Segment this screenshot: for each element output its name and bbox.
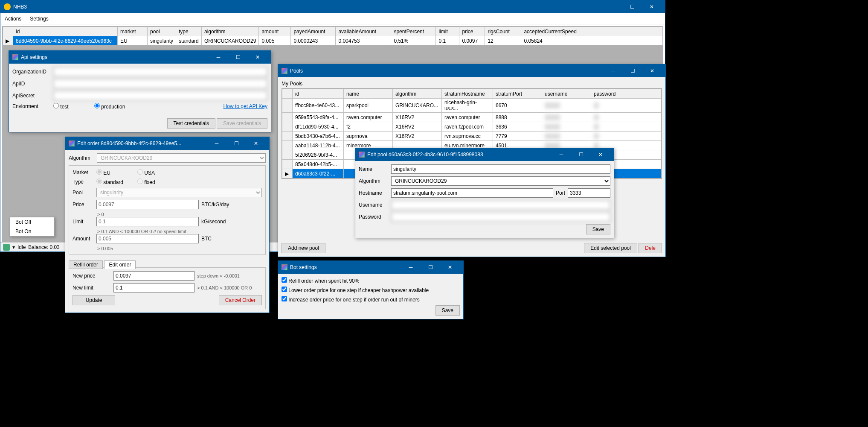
- col-type[interactable]: type: [176, 27, 202, 36]
- bot-titlebar[interactable]: Bot settings ─ ☐ ✕: [278, 261, 463, 274]
- form-icon: [359, 152, 365, 158]
- amount-input[interactable]: [96, 234, 199, 243]
- pool-algo-select[interactable]: GRINCUCKAROOD29: [391, 176, 610, 186]
- pool-row[interactable]: 959a5543-d9fa-4... raven.computer X16RV2…: [282, 113, 662, 122]
- test-credentials-button[interactable]: Test credentials: [167, 118, 215, 129]
- pool-name-input[interactable]: [391, 164, 610, 174]
- check-increase[interactable]: Increase order price for one step if ord…: [282, 296, 420, 303]
- env-test-option[interactable]: test: [53, 103, 92, 110]
- close-button[interactable]: ✕: [642, 0, 662, 13]
- col-amount[interactable]: amount: [259, 27, 291, 36]
- menu-actions[interactable]: Actions: [5, 16, 21, 22]
- pool-password-input[interactable]: [391, 212, 610, 222]
- pools-minimize[interactable]: ─: [603, 64, 623, 77]
- refill-tab[interactable]: Refill order: [69, 260, 103, 269]
- bot-save-button[interactable]: Save: [435, 305, 460, 316]
- editorder-title: Edit order 8d804590-9bbb-4f2c-8629-49ee5…: [77, 140, 181, 146]
- col-payedAmount[interactable]: payedAmount: [291, 27, 336, 36]
- pool-username-input[interactable]: [391, 200, 610, 210]
- bot-context-menu: Bot Off Bot On: [10, 217, 55, 237]
- editorder-close[interactable]: ✕: [246, 137, 266, 150]
- algorithm-select[interactable]: GRINCUCKAROOD29: [97, 153, 266, 163]
- editpool-close[interactable]: ✕: [591, 148, 610, 161]
- check-refill[interactable]: Refill order when spent hit 90%: [282, 277, 359, 284]
- pools-close[interactable]: ✕: [642, 64, 662, 77]
- col-limit[interactable]: limit: [436, 27, 459, 36]
- type-standard[interactable]: standard: [96, 178, 135, 185]
- col-availableAmount[interactable]: availableAmount: [336, 27, 391, 36]
- label-env: Enviorment: [12, 103, 51, 109]
- col-id[interactable]: id: [13, 27, 118, 36]
- api-title: Api settings: [21, 54, 47, 60]
- pools-titlebar[interactable]: Pools ─ ☐ ✕: [278, 64, 665, 77]
- bot-minimize[interactable]: ─: [401, 261, 421, 274]
- edit-pool-window: Edit pool d60a63c3-0f22-4b3c-9610-9f1548…: [355, 148, 614, 238]
- editpool-maximize[interactable]: ☐: [571, 148, 591, 161]
- menu-bot-off[interactable]: Bot Off: [10, 217, 54, 227]
- label-org: OrganizationID: [12, 69, 51, 75]
- editorder-titlebar[interactable]: Edit order 8d804590-9bbb-4f2c-8629-49ee5…: [65, 137, 269, 150]
- main-titlebar[interactable]: NHB3 ─ ☐ ✕: [0, 0, 665, 13]
- newprice-input[interactable]: [113, 271, 195, 281]
- market-eu[interactable]: EU: [96, 169, 135, 176]
- pools-maximize[interactable]: ☐: [623, 64, 642, 77]
- pool-row[interactable]: 5bdb3430-a7b6-4... suprnova X16RV2 rvn.s…: [282, 132, 662, 141]
- save-credentials-button[interactable]: Save credentials: [217, 118, 267, 129]
- delete-pool-button[interactable]: Dele: [639, 243, 662, 253]
- update-button[interactable]: Update: [73, 295, 115, 305]
- menu-settings[interactable]: Settings: [30, 16, 48, 22]
- pools-label: My Pools: [282, 81, 662, 87]
- col-acceptedCurrentSpeed[interactable]: acceptedCurrentSpeed: [521, 27, 663, 36]
- add-pool-button[interactable]: Add new pool: [282, 243, 325, 253]
- maximize-button[interactable]: ☐: [622, 0, 642, 13]
- pool-hostname-input[interactable]: [391, 188, 553, 198]
- api-maximize[interactable]: ☐: [228, 51, 248, 64]
- pool-row[interactable]: df11dd90-5930-4... f2 X16RV2 raven.f2poo…: [282, 122, 662, 132]
- form-icon: [69, 140, 75, 146]
- col-rigsCount[interactable]: rigsCount: [485, 27, 521, 36]
- col-price[interactable]: price: [459, 27, 485, 36]
- minimize-button[interactable]: ─: [603, 0, 622, 13]
- bot-settings-window: Bot settings ─ ☐ ✕ Refill order when spe…: [278, 260, 464, 319]
- org-input[interactable]: [53, 67, 267, 76]
- api-settings-window: Api settings ─ ☐ ✕ OrganizationID ApiID …: [9, 50, 271, 132]
- apisecret-input[interactable]: [53, 91, 267, 100]
- order-row[interactable]: ▶ 8d804590-9bbb-4f2c-8629-49ee520e963c E…: [3, 36, 663, 46]
- editorder-minimize[interactable]: ─: [207, 137, 226, 150]
- env-prod-option[interactable]: production: [94, 103, 133, 110]
- limit-input[interactable]: [96, 217, 199, 226]
- col-algorithm[interactable]: algorithm: [202, 27, 259, 36]
- editorder-maximize[interactable]: ☐: [226, 137, 246, 150]
- api-titlebar[interactable]: Api settings ─ ☐ ✕: [9, 51, 271, 64]
- pools-title: Pools: [290, 68, 303, 74]
- apiid-input[interactable]: [53, 79, 267, 88]
- pool-port-input[interactable]: [568, 188, 610, 198]
- edit-tab[interactable]: Edit order: [104, 260, 136, 269]
- save-pool-button[interactable]: Save: [586, 224, 610, 234]
- newlimit-input[interactable]: [113, 283, 195, 292]
- api-minimize[interactable]: ─: [209, 51, 228, 64]
- label-apisecret: ApiSecret: [12, 93, 51, 99]
- api-close[interactable]: ✕: [248, 51, 267, 64]
- col-spentPercent[interactable]: spentPercent: [391, 27, 436, 36]
- orders-grid[interactable]: id market pool type algorithm amount pay…: [2, 26, 663, 46]
- editpool-title: Edit pool d60a63c3-0f22-4b3c-9610-9f1548…: [367, 152, 483, 158]
- price-input[interactable]: [96, 200, 199, 209]
- market-usa[interactable]: USA: [137, 169, 176, 176]
- col-pool[interactable]: pool: [148, 27, 176, 36]
- status-dropdown-icon[interactable]: ▾: [12, 244, 15, 250]
- type-fixed[interactable]: fixed: [137, 178, 176, 185]
- bot-maximize[interactable]: ☐: [421, 261, 440, 274]
- check-lower[interactable]: Lower order price for one step if cheape…: [282, 287, 429, 293]
- edit-pool-button[interactable]: Edit selected pool: [584, 243, 637, 253]
- col-market[interactable]: market: [118, 27, 148, 36]
- cancel-order-button[interactable]: Cancel Order: [219, 295, 262, 305]
- pool-select[interactable]: singularity: [96, 188, 262, 197]
- form-icon: [12, 54, 18, 60]
- pool-row[interactable]: ffbcc9be-4e60-43... sparkpool GRINCUCKAR…: [282, 99, 662, 113]
- editpool-minimize[interactable]: ─: [552, 148, 571, 161]
- bot-close[interactable]: ✕: [440, 261, 460, 274]
- editpool-titlebar[interactable]: Edit pool d60a63c3-0f22-4b3c-9610-9f1548…: [355, 148, 614, 161]
- menu-bot-on[interactable]: Bot On: [10, 227, 54, 236]
- api-help-link[interactable]: How to get API Key: [224, 103, 267, 109]
